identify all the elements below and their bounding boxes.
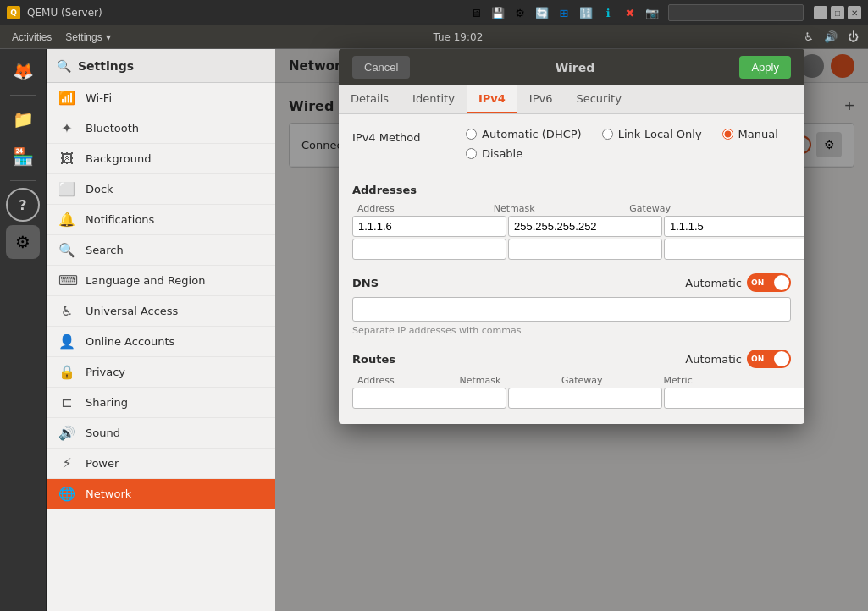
dock-icon: ⬜ bbox=[58, 181, 75, 197]
app-icon: Q bbox=[7, 6, 20, 19]
settings-search-icon[interactable]: 🔍 bbox=[57, 59, 71, 73]
dialog-tabs: Details Identity IPv4 IPv6 Security bbox=[339, 85, 804, 114]
settings-panel: 🔍 Settings 📶 Wi-Fi ✦ Bluetooth 🖼 Backgro… bbox=[47, 49, 275, 611]
radio-link-local-label: Link-Local Only bbox=[618, 128, 702, 140]
settings-item-bluetooth[interactable]: ✦ Bluetooth bbox=[47, 113, 275, 144]
launcher-firefox[interactable]: 🦊 bbox=[6, 54, 40, 88]
settings-list: 📶 Wi-Fi ✦ Bluetooth 🖼 Background ⬜ Dock … bbox=[47, 83, 275, 611]
online-icon: 👤 bbox=[58, 333, 75, 350]
minimize-button[interactable]: — bbox=[814, 6, 827, 19]
address-row-2: ✖ bbox=[352, 239, 791, 260]
toolbar-icon-1[interactable]: 🖥 bbox=[467, 3, 485, 22]
settings-item-search[interactable]: 🔍 Search bbox=[47, 235, 275, 266]
routes-auto-label: Automatic bbox=[685, 353, 742, 366]
settings-item-language[interactable]: ⌨ Language and Region bbox=[47, 266, 275, 296]
activities-button[interactable]: Activities bbox=[7, 30, 57, 45]
radio-manual-input[interactable] bbox=[722, 129, 733, 140]
power-icon[interactable]: ⏻ bbox=[844, 29, 861, 46]
close-button[interactable]: ✕ bbox=[848, 6, 861, 19]
route-address-input[interactable] bbox=[352, 388, 506, 409]
dialog-cancel-button[interactable]: Cancel bbox=[352, 56, 410, 79]
tab-details[interactable]: Details bbox=[339, 85, 401, 113]
launcher-settings[interactable]: ⚙ bbox=[6, 225, 40, 259]
maximize-button[interactable]: □ bbox=[831, 6, 844, 19]
radio-disable[interactable]: Disable bbox=[466, 147, 522, 160]
toolbar-icon-9[interactable]: 📷 bbox=[643, 3, 661, 22]
dialog-overlay: Cancel Wired Apply Details Identity IPv4… bbox=[275, 49, 868, 611]
settings-item-sound[interactable]: 🔊 Sound bbox=[47, 418, 275, 449]
launcher-files[interactable]: 📁 bbox=[6, 102, 40, 136]
main-layout: 🦊 📁 🏪 ? ⚙ 🔍 Settings 📶 Wi-Fi ✦ Bluetooth… bbox=[0, 49, 868, 611]
settings-menu-button[interactable]: Settings ▾ bbox=[60, 30, 115, 45]
settings-item-dock[interactable]: ⬜ Dock bbox=[47, 174, 275, 205]
settings-item-sharing[interactable]: ⊏ Sharing bbox=[47, 388, 275, 418]
toolbar-icon-5[interactable]: ⊞ bbox=[555, 3, 573, 22]
dns-hint: Separate IP addresses with commas bbox=[352, 325, 791, 336]
route-gateway-input[interactable] bbox=[664, 388, 804, 409]
wired-dialog: Cancel Wired Apply Details Identity IPv4… bbox=[339, 49, 804, 424]
toolbar-icon-6[interactable]: 🔢 bbox=[577, 3, 595, 22]
toolbar-icon-7[interactable]: ℹ bbox=[599, 3, 617, 22]
routes-toggle[interactable]: ON bbox=[747, 350, 791, 368]
netmask-input-2[interactable] bbox=[508, 239, 662, 260]
routes-row-1: ✖ bbox=[352, 388, 791, 409]
volume-icon[interactable]: 🔊 bbox=[822, 29, 839, 46]
settings-item-wifi[interactable]: 📶 Wi-Fi bbox=[47, 83, 275, 113]
routes-toggle-knob bbox=[774, 351, 789, 366]
power-icon-sidebar: ⚡ bbox=[58, 455, 75, 471]
settings-item-privacy[interactable]: 🔒 Privacy bbox=[47, 357, 275, 388]
accessibility-icon[interactable]: ♿ bbox=[800, 29, 817, 46]
tab-ipv6[interactable]: IPv6 bbox=[517, 85, 565, 113]
settings-item-label-dock: Dock bbox=[86, 183, 113, 195]
dns-toggle-label: ON bbox=[751, 278, 764, 287]
launcher-help[interactable]: ? bbox=[6, 188, 40, 222]
dns-input[interactable] bbox=[352, 297, 791, 322]
toolbar-icon-4[interactable]: 🔄 bbox=[533, 3, 551, 22]
settings-item-network[interactable]: 🌐 Network bbox=[47, 479, 275, 509]
search-icon: 🔍 bbox=[58, 242, 75, 258]
settings-item-label-background: Background bbox=[86, 152, 152, 165]
route-netmask-input[interactable] bbox=[508, 388, 662, 409]
radio-link-local[interactable]: Link-Local Only bbox=[602, 128, 702, 140]
col-address-label: Address bbox=[357, 203, 492, 214]
radio-disable-label: Disable bbox=[482, 147, 522, 160]
dns-section: DNS Automatic ON Separate bbox=[352, 273, 791, 336]
address-input-2[interactable] bbox=[352, 239, 506, 260]
title-bar-search[interactable] bbox=[668, 4, 804, 21]
tab-ipv4[interactable]: IPv4 bbox=[467, 85, 517, 113]
settings-item-power[interactable]: ⚡ Power bbox=[47, 449, 275, 479]
toolbar-icon-2[interactable]: 💾 bbox=[489, 3, 507, 22]
tab-security[interactable]: Security bbox=[564, 85, 633, 113]
taskbar-right: ♿ 🔊 ⏻ bbox=[800, 29, 861, 46]
netmask-input-1[interactable] bbox=[508, 216, 662, 237]
radio-link-local-input[interactable] bbox=[602, 129, 613, 140]
address-input-1[interactable] bbox=[352, 216, 506, 237]
dialog-title: Wired bbox=[556, 61, 595, 74]
datetime: Tue 19:02 bbox=[119, 31, 797, 43]
routes-header: Routes Automatic ON bbox=[352, 350, 791, 368]
dialog-apply-button[interactable]: Apply bbox=[739, 56, 791, 79]
settings-item-online[interactable]: 👤 Online Accounts bbox=[47, 327, 275, 357]
address-row-1: ✖ bbox=[352, 216, 791, 237]
radio-dhcp-input[interactable] bbox=[466, 129, 477, 140]
settings-item-notifications[interactable]: 🔔 Notifications bbox=[47, 205, 275, 235]
gateway-input-2[interactable] bbox=[664, 239, 804, 260]
radio-dhcp[interactable]: Automatic (DHCP) bbox=[466, 128, 582, 140]
sharing-icon: ⊏ bbox=[58, 394, 75, 410]
radio-disable-input[interactable] bbox=[466, 148, 477, 159]
settings-item-label-sharing: Sharing bbox=[86, 396, 128, 409]
dns-auto: Automatic ON bbox=[685, 273, 791, 292]
settings-item-universal[interactable]: ♿ Universal Access bbox=[47, 296, 275, 327]
toolbar-icon-8[interactable]: ✖ bbox=[621, 3, 639, 22]
gateway-input-1[interactable] bbox=[664, 216, 804, 237]
launcher-software[interactable]: 🏪 bbox=[6, 140, 40, 173]
title-bar: Q QEMU (Server) 🖥 💾 ⚙ 🔄 ⊞ 🔢 ℹ ✖ 📷 — □ ✕ bbox=[0, 0, 868, 25]
routes-toggle-label: ON bbox=[751, 355, 764, 363]
window-title: QEMU (Server) bbox=[27, 7, 441, 19]
radio-manual[interactable]: Manual bbox=[722, 128, 778, 140]
settings-item-label-wifi: Wi-Fi bbox=[86, 91, 112, 104]
settings-item-background[interactable]: 🖼 Background bbox=[47, 144, 275, 174]
tab-identity[interactable]: Identity bbox=[401, 85, 467, 113]
dns-toggle[interactable]: ON bbox=[747, 273, 791, 292]
toolbar-icon-3[interactable]: ⚙ bbox=[511, 3, 529, 22]
